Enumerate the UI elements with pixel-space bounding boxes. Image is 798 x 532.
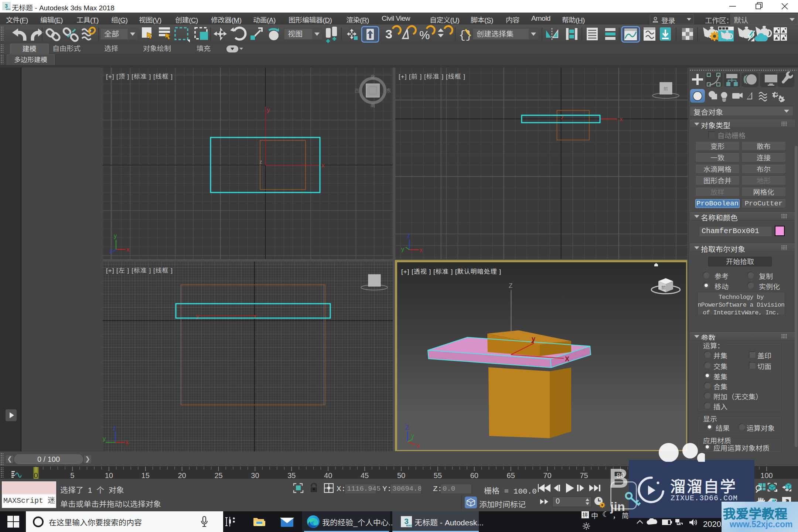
svg-text:10: 10 (105, 471, 113, 479)
svg-text:前: 前 (664, 86, 668, 92)
svg-text:视图: 视图 (288, 28, 303, 39)
svg-text:z: z (109, 248, 112, 255)
svg-text:0: 0 (34, 471, 38, 479)
svg-text:x: x (126, 246, 129, 253)
svg-text:25: 25 (214, 471, 222, 479)
svg-text:55: 55 (434, 471, 442, 479)
svg-text:MAX: MAX (6, 8, 11, 10)
svg-text:西: 西 (354, 88, 359, 93)
svg-text:40: 40 (324, 471, 332, 479)
svg-text:创建选择集: 创建选择集 (477, 28, 514, 39)
svg-text:z: z (113, 425, 116, 431)
svg-text:50: 50 (397, 471, 405, 479)
svg-text:南: 南 (370, 103, 375, 108)
svg-text:x: x (321, 162, 325, 169)
svg-text:35: 35 (287, 471, 296, 479)
svg-text:y: y (114, 233, 117, 239)
svg-text:70: 70 (543, 471, 551, 479)
svg-text:z: z (259, 158, 262, 165)
svg-text:Z: Z (405, 424, 409, 431)
svg-text:北: 北 (370, 74, 375, 80)
svg-text:x: x (620, 116, 623, 123)
svg-text:45: 45 (361, 471, 369, 479)
svg-text:5: 5 (70, 471, 74, 479)
svg-text:y: y (401, 246, 404, 252)
svg-text:y: y (532, 335, 535, 342)
svg-text:3: 3 (385, 27, 392, 41)
svg-text:全部: 全部 (104, 28, 119, 39)
svg-text:65: 65 (507, 471, 515, 479)
svg-text:z: z (407, 232, 410, 239)
svg-text:x: x (417, 442, 420, 449)
svg-text:y: y (103, 436, 106, 442)
svg-text:20: 20 (178, 471, 186, 479)
svg-text:75: 75 (580, 471, 588, 479)
svg-text:东: 东 (386, 88, 391, 93)
svg-text:30: 30 (251, 471, 259, 479)
svg-text:x: x (420, 247, 423, 253)
svg-text:60: 60 (470, 471, 478, 479)
svg-text:y: y (411, 433, 414, 439)
svg-text:x: x (126, 439, 129, 446)
svg-text:前: 前 (661, 285, 666, 290)
svg-text:y: y (267, 106, 270, 113)
svg-text:%: % (419, 28, 430, 42)
svg-text:X: X (565, 355, 569, 363)
svg-text:15: 15 (141, 471, 150, 479)
svg-text:MAX: MAX (406, 524, 412, 527)
svg-text:100: 100 (760, 471, 773, 479)
svg-text:Z: Z (509, 282, 512, 289)
